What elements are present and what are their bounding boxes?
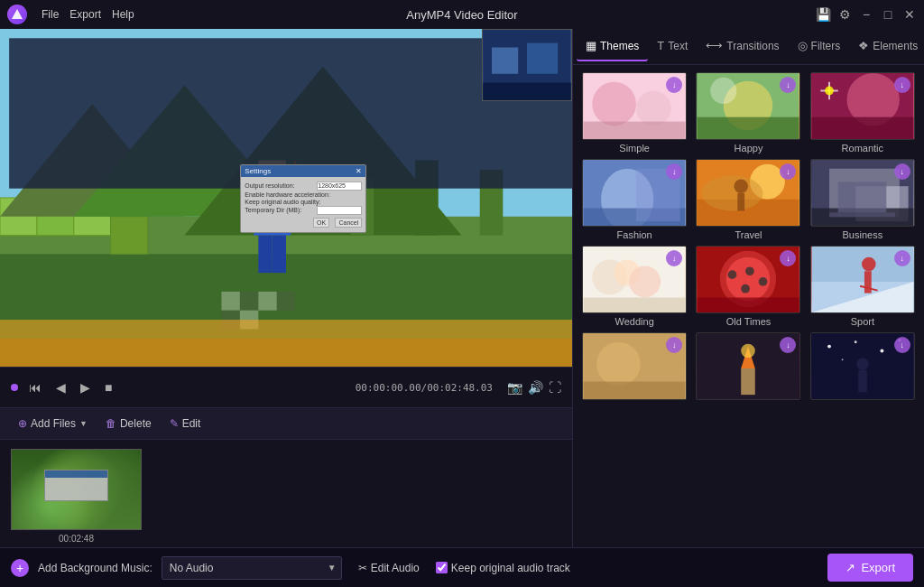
thumb-dialog-bar	[45, 471, 108, 478]
tab-text-label: Text	[668, 40, 688, 52]
audio-select[interactable]: No Audio	[162, 556, 342, 580]
menu-help[interactable]: Help	[112, 8, 134, 21]
business-download-icon[interactable]: ↓	[894, 163, 910, 180]
theme-business[interactable]: ↓ Business	[808, 159, 917, 240]
playback-controls: ⏮ ◀ ▶ ■ 00:00:00.00/00:02:48.03 📷 🔊 ⛶	[0, 367, 572, 407]
keep-audio-checkbox[interactable]	[436, 562, 448, 573]
edit-button[interactable]: ✎ Edit	[162, 414, 208, 433]
playhead-marker	[11, 384, 18, 391]
snapshot-icon[interactable]: 📷	[507, 380, 522, 395]
svg-rect-99	[858, 370, 867, 392]
theme-travel[interactable]: ↓ Travel	[694, 159, 802, 240]
sidebar: ▦ Themes T Text ⟷ Transitions ◎ Filters …	[572, 29, 924, 547]
svg-point-98	[856, 358, 869, 370]
video-canvas: Settings ✕ Output resolution:1280x625 En…	[0, 29, 572, 367]
romantic-download-icon[interactable]: ↓	[894, 77, 910, 93]
tab-themes[interactable]: ▦ Themes	[577, 32, 648, 61]
stop-button[interactable]: ■	[101, 377, 116, 398]
tab-themes-label: Themes	[600, 40, 639, 52]
svg-point-93	[827, 345, 831, 349]
titlebar: File Export Help AnyMP4 Video Editor 💾 ⚙…	[0, 0, 924, 29]
theme-extra3-thumb: ↓	[810, 332, 915, 400]
theme-romantic-thumb: ↓	[810, 72, 915, 140]
menu-file[interactable]: File	[42, 8, 59, 21]
keep-audio-checkbox-wrap: Keep original audio track	[436, 562, 570, 574]
theme-travel-label: Travel	[735, 229, 762, 240]
theme-simple[interactable]: ↓ Simple	[580, 72, 688, 154]
theme-oldtimes-label: Old Times	[726, 316, 772, 327]
sport-download-icon[interactable]: ↓	[894, 250, 910, 266]
playback-extra-controls: 📷 🔊 ⛶	[507, 380, 561, 395]
add-files-dropdown[interactable]: ▼	[79, 419, 88, 428]
tab-elements[interactable]: ❖ Elements	[849, 32, 924, 61]
video-dialog: Settings ✕ Output resolution:1280x625 En…	[240, 164, 366, 233]
file-duration: 00:02:48	[59, 534, 94, 544]
audio-select-wrap: No Audio ▼	[162, 556, 342, 580]
theme-wedding-label: Wedding	[615, 316, 654, 327]
svg-point-97	[841, 359, 843, 360]
theme-romantic-label: Romantic	[842, 143, 883, 154]
tab-filters-label: Filters	[811, 40, 841, 52]
theme-business-label: Business	[843, 229, 883, 240]
theme-happy-label: Happy	[735, 143, 763, 154]
svg-rect-7	[111, 217, 148, 255]
fullscreen-icon[interactable]: ⛶	[549, 380, 561, 395]
app-title: AnyMP4 Video Editor	[406, 8, 517, 22]
delete-button[interactable]: 🗑 Delete	[98, 414, 159, 433]
maximize-button[interactable]: □	[881, 7, 895, 22]
tab-text[interactable]: T Text	[648, 32, 697, 61]
svg-rect-33	[492, 48, 518, 74]
theme-extra3[interactable]: ↓	[808, 332, 917, 400]
settings-button[interactable]: ⚙	[837, 7, 852, 22]
edit-icon: ✎	[170, 417, 179, 430]
close-button[interactable]: ✕	[902, 7, 917, 22]
bottom-bar: + Add Background Music: No Audio ▼ ✂ Edi…	[0, 547, 924, 587]
skip-back-button[interactable]: ⏮	[25, 377, 45, 398]
svg-rect-22	[221, 292, 239, 311]
step-back-button[interactable]: ◀	[52, 377, 69, 398]
theme-wedding[interactable]: ↓ Wedding	[580, 246, 688, 327]
svg-point-95	[880, 349, 883, 353]
theme-sport[interactable]: ↓ Sport	[808, 246, 917, 327]
volume-icon[interactable]: 🔊	[528, 380, 543, 395]
tab-filters[interactable]: ◎ Filters	[789, 32, 850, 61]
thumb-dialog-overlay	[44, 470, 109, 501]
theme-fashion[interactable]: ↓ Fashion	[580, 159, 688, 240]
svg-point-69	[629, 266, 661, 297]
theme-sport-label: Sport	[851, 316, 874, 327]
theme-romantic[interactable]: ↓ Romantic	[808, 72, 917, 154]
themes-grid: ↓ Simple ↓	[573, 65, 924, 547]
minimize-button[interactable]: −	[859, 7, 873, 22]
svg-point-38	[636, 90, 671, 126]
file-thumbnail[interactable]: 00:02:48	[11, 449, 142, 544]
save-button[interactable]: 💾	[816, 7, 830, 22]
delete-label: Delete	[120, 417, 152, 430]
themes-icon: ▦	[586, 39, 596, 52]
add-files-button[interactable]: ⊕ Add Files ▼	[11, 414, 95, 433]
svg-point-77	[742, 284, 751, 294]
audio-label: Add Background Music:	[38, 562, 152, 574]
video-preview[interactable]: Settings ✕ Output resolution:1280x625 En…	[0, 29, 572, 367]
theme-oldtimes[interactable]: ↓ Old Times	[694, 246, 802, 327]
theme-oldtimes-thumb: ↓	[696, 246, 800, 313]
theme-extra1[interactable]: ↓	[580, 332, 688, 400]
menu-export[interactable]: Export	[69, 8, 101, 21]
svg-point-91	[742, 344, 756, 359]
theme-happy-thumb: ↓	[696, 72, 800, 140]
export-button[interactable]: ↗ Export	[827, 554, 913, 582]
theme-extra2[interactable]: ↓	[694, 332, 802, 400]
tab-transitions[interactable]: ⟷ Transitions	[697, 32, 788, 61]
theme-fashion-label: Fashion	[617, 229, 652, 240]
svg-rect-59	[738, 193, 745, 210]
add-music-button[interactable]: +	[11, 559, 29, 577]
svg-point-37	[592, 82, 636, 126]
svg-rect-15	[258, 236, 272, 274]
edit-audio-button[interactable]: ✂ Edit Audio	[351, 558, 427, 578]
svg-rect-16	[273, 236, 286, 274]
play-button[interactable]: ▶	[77, 377, 94, 398]
svg-rect-29	[0, 339, 572, 367]
extra3-download-icon[interactable]: ↓	[894, 337, 910, 353]
theme-happy[interactable]: ↓ Happy	[694, 72, 802, 154]
video-section: Settings ✕ Output resolution:1280x625 En…	[0, 29, 572, 547]
elements-icon: ❖	[858, 39, 869, 52]
